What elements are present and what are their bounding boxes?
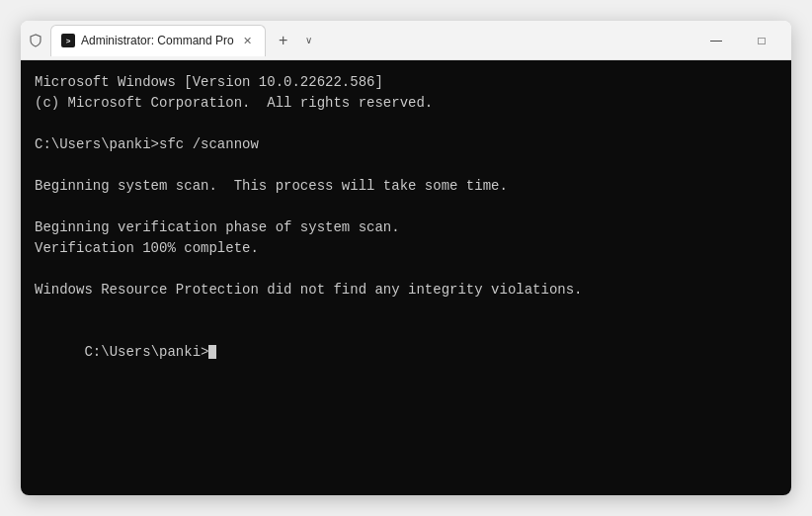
blank-line <box>35 259 777 280</box>
title-bar: Administrator: Command Pro ✕ + ∨ — □ <box>21 21 791 60</box>
blank-line <box>35 197 777 217</box>
terminal-cursor <box>208 345 216 359</box>
terminal-line: Beginning verification phase of system s… <box>35 217 777 238</box>
cmd-icon <box>61 34 75 47</box>
window-controls: — □ <box>694 25 783 56</box>
blank-line <box>35 114 777 134</box>
tab-dropdown-button[interactable]: ∨ <box>297 29 321 52</box>
blank-line <box>35 155 777 176</box>
terminal-line: Windows Resource Protection did not find… <box>35 280 777 301</box>
terminal-line: C:\Users\panki>sfc /scannow <box>35 134 777 155</box>
terminal-content[interactable]: Microsoft Windows [Version 10.0.22622.58… <box>21 60 791 495</box>
terminal-window: Administrator: Command Pro ✕ + ∨ — □ Mic… <box>21 21 791 495</box>
shield-icon <box>29 34 42 47</box>
terminal-line: (c) Microsoft Corporation. All rights re… <box>35 93 777 114</box>
terminal-line: Microsoft Windows [Version 10.0.22622.58… <box>35 72 777 93</box>
active-tab[interactable]: Administrator: Command Pro ✕ <box>50 25 266 56</box>
tab-label: Administrator: Command Pro <box>81 34 234 47</box>
terminal-line: Verification 100% complete. <box>35 238 777 259</box>
terminal-line: Beginning system scan. This process will… <box>35 176 777 197</box>
tab-close-button[interactable]: ✕ <box>240 34 255 48</box>
minimize-button[interactable]: — <box>694 25 738 56</box>
tab-area: Administrator: Command Pro ✕ + ∨ <box>50 25 694 56</box>
terminal-prompt-line: C:\Users\panki> <box>35 321 777 384</box>
blank-line <box>35 301 777 321</box>
maximize-button[interactable]: □ <box>740 25 783 56</box>
new-tab-button[interactable]: + <box>270 27 297 54</box>
